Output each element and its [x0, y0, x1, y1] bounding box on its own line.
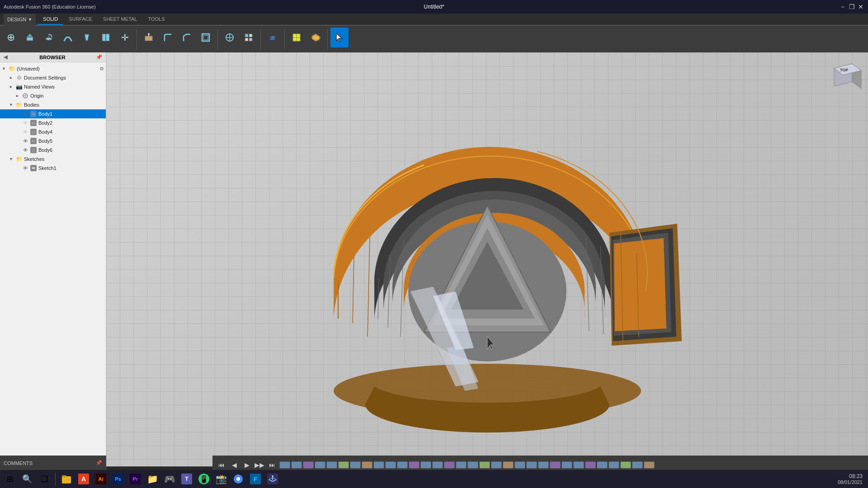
tree-item-body4[interactable]: 👁 □ Body4 — [0, 127, 106, 136]
timeline-segment[interactable] — [444, 461, 455, 469]
task-view-button[interactable]: ❑ — [36, 471, 52, 487]
illustrator-icon[interactable]: Ai — [93, 471, 109, 487]
file-explorer-icon[interactable] — [58, 471, 75, 487]
shell-button[interactable] — [197, 28, 215, 47]
tree-item-origin[interactable]: Origin — [0, 91, 106, 100]
unsaved-settings-icon[interactable]: ⚙ — [99, 66, 104, 72]
timeline-start-button[interactable]: ⏮ — [216, 460, 227, 470]
as-built-joint-button[interactable] — [240, 28, 258, 47]
timeline-segment[interactable] — [315, 461, 326, 469]
game2-icon[interactable]: 🕹 — [264, 471, 281, 487]
new-component-button[interactable]: ⊕ — [2, 28, 20, 47]
search-button[interactable]: 🔍 — [19, 471, 35, 487]
timeline-segment[interactable] — [550, 461, 561, 469]
loft-button[interactable] — [78, 28, 96, 47]
timeline-segment[interactable] — [291, 461, 302, 469]
timeline-segment[interactable] — [350, 461, 361, 469]
offset-plane-button[interactable] — [264, 28, 282, 47]
insert-svg-button[interactable]: SVG — [307, 28, 325, 47]
timeline-segment[interactable] — [467, 461, 478, 469]
timeline-segment[interactable] — [538, 461, 549, 469]
game-icon[interactable]: 🎮 — [161, 471, 178, 487]
body1-eye-icon[interactable]: 👁 — [22, 110, 29, 117]
design-dropdown[interactable]: DESIGN ▼ — [4, 13, 36, 26]
photoshop-icon[interactable]: Ps — [110, 471, 126, 487]
timeline-segment[interactable] — [503, 461, 514, 469]
tree-item-named-views[interactable]: 📷 Named Views — [0, 82, 106, 91]
timeline-segment[interactable] — [409, 461, 420, 469]
premiere-icon[interactable]: Pr — [127, 471, 143, 487]
sketch1-eye-icon[interactable]: 👁 — [22, 164, 29, 172]
tab-tools[interactable]: TOOLS — [142, 14, 170, 25]
files-icon[interactable]: 📁 — [144, 471, 160, 487]
tree-item-unsaved[interactable]: 📁 (Unsaved) ⚙ — [0, 64, 106, 73]
timeline-segment[interactable] — [620, 461, 631, 469]
maximize-button[interactable]: ❐ — [848, 3, 855, 10]
start-button[interactable]: ⊞ — [2, 471, 18, 487]
select-button[interactable] — [330, 28, 349, 47]
timeline-segment[interactable] — [362, 461, 373, 469]
tab-surface[interactable]: SURFACE — [63, 14, 98, 25]
chamfer-button[interactable] — [178, 28, 196, 47]
timeline-next-button[interactable]: ▶▶ — [254, 460, 265, 470]
press-pull-button[interactable] — [140, 28, 158, 47]
tree-item-bodies[interactable]: 📁 Bodies — [0, 100, 106, 109]
minimize-button[interactable]: − — [839, 3, 846, 10]
timeline-end-button[interactable]: ⏭ — [267, 460, 278, 470]
timeline-prev-button[interactable]: ◀ — [229, 460, 240, 470]
collapse-left-icon[interactable]: ◀ — [4, 54, 7, 60]
revolve-button[interactable] — [40, 28, 58, 47]
teams-icon[interactable]: T — [179, 471, 195, 487]
timeline-segment[interactable] — [585, 461, 596, 469]
extrude-button[interactable] — [21, 28, 39, 47]
timeline-segment[interactable] — [573, 461, 584, 469]
timeline-segment[interactable] — [632, 461, 643, 469]
autodesk-icon[interactable]: A — [75, 471, 92, 487]
timeline-segment[interactable] — [609, 461, 619, 469]
rib-button[interactable] — [97, 28, 115, 47]
timeline-segment[interactable] — [597, 461, 608, 469]
timeline-segment[interactable] — [338, 461, 349, 469]
browser-pin-icon[interactable]: 📌 — [96, 54, 102, 60]
timeline-segment[interactable] — [303, 461, 314, 469]
viewport[interactable]: TOP ⚙ ⬛ ⌂ 📐 ▾ — [106, 52, 868, 481]
body6-eye-icon[interactable]: 👁 — [22, 146, 29, 154]
timeline-segment[interactable] — [479, 461, 490, 469]
instagram-icon[interactable]: 📸 — [213, 471, 229, 487]
tab-solid[interactable]: SOLID — [38, 14, 63, 25]
timeline-segment[interactable] — [491, 461, 502, 469]
close-button[interactable]: ✕ — [857, 3, 864, 10]
move-button[interactable]: ✛ — [116, 28, 134, 47]
whatsapp-icon[interactable]: 📱 — [196, 471, 212, 487]
timeline-segment[interactable] — [432, 461, 443, 469]
timeline-segment[interactable] — [385, 461, 396, 469]
body5-eye-icon[interactable]: 👁 — [22, 137, 29, 145]
timeline-segment[interactable] — [514, 461, 525, 469]
timeline-segment[interactable] — [561, 461, 572, 469]
insert-mesh-button[interactable] — [288, 28, 306, 47]
timeline-play-button[interactable]: ▶ — [241, 460, 252, 470]
fillet-button[interactable] — [159, 28, 177, 47]
timeline-track[interactable] — [279, 460, 868, 469]
tree-item-sketches[interactable]: 📁 Sketches — [0, 155, 106, 164]
chrome-icon[interactable] — [230, 471, 246, 487]
timeline-segment[interactable] — [279, 461, 290, 469]
timeline-segment[interactable] — [456, 461, 467, 469]
timeline-segment[interactable] — [644, 461, 655, 469]
timeline-segment[interactable] — [420, 461, 431, 469]
timeline-segment[interactable] — [326, 461, 337, 469]
tree-item-body6[interactable]: 👁 □ Body6 — [0, 145, 106, 155]
sweep-button[interactable] — [59, 28, 77, 47]
tree-item-doc-settings[interactable]: ⚙ Document Settings — [0, 73, 106, 82]
tree-item-body1[interactable]: 👁 □ Body1 — [0, 109, 106, 118]
fusion-icon[interactable]: F — [247, 471, 264, 487]
viewcube[interactable]: TOP — [827, 57, 863, 93]
joint-button[interactable] — [221, 28, 239, 47]
timeline-segment[interactable] — [526, 461, 537, 469]
comments-toggle[interactable]: 📌 — [96, 460, 102, 466]
tree-item-body5[interactable]: 👁 □ Body5 — [0, 136, 106, 145]
timeline-segment[interactable] — [397, 461, 408, 469]
tab-sheet-metal[interactable]: SHEET METAL — [98, 14, 142, 25]
tree-item-sketch1[interactable]: 👁 ✏ Sketch1 — [0, 164, 106, 173]
tree-item-body2[interactable]: 👁 □ Body2 — [0, 118, 106, 127]
